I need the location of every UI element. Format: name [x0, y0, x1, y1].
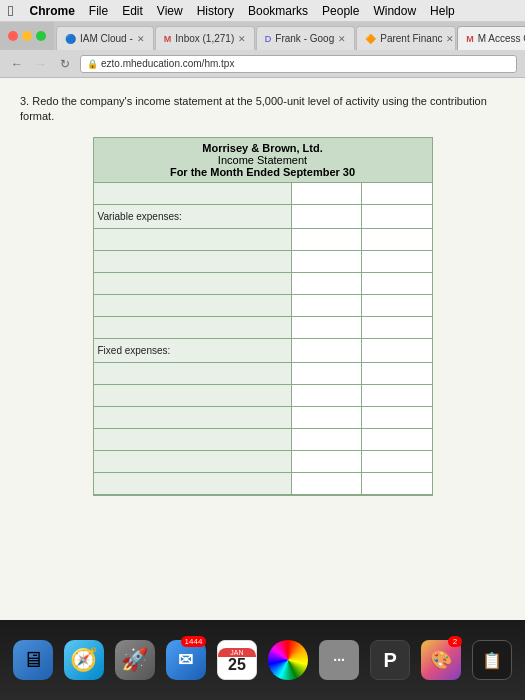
tab-icon-frank: D — [265, 34, 272, 44]
menu-file[interactable]: File — [89, 4, 108, 18]
tab-bar: 🔵 IAM Cloud - ✕ M Inbox (1,271) ✕ D Fran… — [54, 22, 525, 50]
question-text: 3. Redo the company's income statement a… — [20, 94, 505, 125]
var-input-4b[interactable] — [362, 295, 432, 316]
fixed-expenses-row: Fixed expenses: — [94, 339, 432, 363]
mail-badge: 1444 — [181, 636, 207, 647]
fix-input-2a[interactable] — [292, 385, 361, 406]
back-button[interactable]: ← — [8, 55, 26, 73]
dock-photos[interactable] — [266, 636, 311, 684]
tab-label-inbox: Inbox (1,271) — [175, 33, 234, 44]
fix-row-5 — [94, 451, 432, 473]
menu-history[interactable]: History — [197, 4, 234, 18]
fix-input-2b[interactable] — [362, 385, 432, 406]
tab-icon-parent: 🔶 — [365, 34, 376, 44]
photos-icon — [268, 640, 308, 680]
dock-launchpad[interactable]: 🚀 — [112, 636, 157, 684]
fix-input-4b[interactable] — [362, 429, 432, 450]
tab-inbox[interactable]: M Inbox (1,271) ✕ — [155, 26, 255, 50]
col-label-header — [94, 183, 292, 204]
question-number: 3. — [20, 95, 29, 107]
menu-chrome[interactable]: Chrome — [29, 4, 74, 18]
fix-input-1b[interactable] — [362, 363, 432, 384]
question-body: Redo the company's income statement at t… — [20, 95, 487, 122]
address-bar[interactable]: 🔒 ezto.mheducation.com/hm.tpx — [80, 55, 517, 73]
forward-button[interactable]: → — [32, 55, 50, 73]
traffic-lights — [0, 31, 54, 41]
dock-p-app[interactable]: P — [368, 636, 413, 684]
var-input-2b[interactable] — [362, 251, 432, 272]
header-row — [94, 183, 432, 205]
tab-icon-iam: 🔵 — [65, 34, 76, 44]
var-input-4a[interactable] — [292, 295, 361, 316]
variable-val1[interactable] — [292, 205, 362, 228]
fixed-val2[interactable] — [362, 339, 432, 362]
variable-input1[interactable] — [292, 205, 361, 228]
fix-row-2 — [94, 385, 432, 407]
col-val1-header — [292, 183, 362, 204]
var-row-4 — [94, 295, 432, 317]
variable-label: Variable expenses: — [94, 205, 292, 228]
fixed-input1[interactable] — [292, 339, 361, 362]
dock-safari[interactable]: 🧭 — [61, 636, 106, 684]
fixed-label: Fixed expenses: — [94, 339, 292, 362]
fix-row-6 — [94, 473, 432, 495]
tab-close-inbox[interactable]: ✕ — [238, 34, 246, 44]
tab-close-iam[interactable]: ✕ — [137, 34, 145, 44]
tab-frank[interactable]: D Frank - Goog ✕ — [256, 26, 355, 50]
minimize-button[interactable] — [22, 31, 32, 41]
tab-access[interactable]: M M Access Conn ✕ — [457, 26, 525, 50]
fix-input-6b[interactable] — [362, 473, 432, 494]
menu-edit[interactable]: Edit — [122, 4, 143, 18]
dock-finder[interactable]: 🖥 — [10, 636, 55, 684]
menu-view[interactable]: View — [157, 4, 183, 18]
variable-input2[interactable] — [362, 205, 432, 228]
fix-input-4a[interactable] — [292, 429, 361, 450]
fix-row-4 — [94, 429, 432, 451]
fix-input-5b[interactable] — [362, 451, 432, 472]
dock-notes-app[interactable]: 📋 — [470, 636, 515, 684]
dock-mail[interactable]: ✉ 1444 — [163, 636, 208, 684]
menu-people[interactable]: People — [322, 4, 359, 18]
fullscreen-button[interactable] — [36, 31, 46, 41]
tab-close-parent[interactable]: ✕ — [446, 34, 454, 44]
nav-bar: ← → ↻ 🔒 ezto.mheducation.com/hm.tpx — [0, 50, 525, 78]
dock-color-app[interactable]: 🎨 2 — [419, 636, 464, 684]
var-input-2a[interactable] — [292, 251, 361, 272]
tab-label-frank: Frank - Goog — [275, 33, 334, 44]
menu-bookmarks[interactable]: Bookmarks — [248, 4, 308, 18]
var-input-1b[interactable] — [362, 229, 432, 250]
fix-input-1a[interactable] — [292, 363, 361, 384]
close-button[interactable] — [8, 31, 18, 41]
var-row-5 — [94, 317, 432, 339]
menu-window[interactable]: Window — [373, 4, 416, 18]
fix-input-6a[interactable] — [292, 473, 361, 494]
tab-iam-cloud[interactable]: 🔵 IAM Cloud - ✕ — [56, 26, 154, 50]
var-input-5b[interactable] — [362, 317, 432, 338]
dock-dots[interactable]: ··· — [317, 636, 362, 684]
tab-parent[interactable]: 🔶 Parent Financ ✕ — [356, 26, 456, 50]
fixed-input2[interactable] — [362, 339, 432, 362]
fix-input-5a[interactable] — [292, 451, 361, 472]
fix-input-3b[interactable] — [362, 407, 432, 428]
menu-help[interactable]: Help — [430, 4, 455, 18]
page-content: 3. Redo the company's income statement a… — [0, 78, 525, 620]
dock-calendar[interactable]: JAN 25 — [214, 636, 259, 684]
var-input-3b[interactable] — [362, 273, 432, 294]
calendar-icon: JAN 25 — [217, 640, 257, 680]
tab-close-frank[interactable]: ✕ — [338, 34, 346, 44]
var-input-3a[interactable] — [292, 273, 361, 294]
fix-input-3a[interactable] — [292, 407, 361, 428]
safari-icon: 🧭 — [64, 640, 104, 680]
var-row-2 — [94, 251, 432, 273]
variable-val2[interactable] — [362, 205, 432, 228]
fix-row-3 — [94, 407, 432, 429]
fixed-val1[interactable] — [292, 339, 362, 362]
statement-header: Morrisey & Brown, Ltd. Income Statement … — [94, 138, 432, 183]
reload-button[interactable]: ↻ — [56, 55, 74, 73]
apple-menu[interactable]:  — [8, 2, 13, 19]
var-row-3 — [94, 273, 432, 295]
var-input-1a[interactable] — [292, 229, 361, 250]
statement-title: Income Statement — [96, 154, 430, 166]
dots-icon: ··· — [319, 640, 359, 680]
var-input-5a[interactable] — [292, 317, 361, 338]
